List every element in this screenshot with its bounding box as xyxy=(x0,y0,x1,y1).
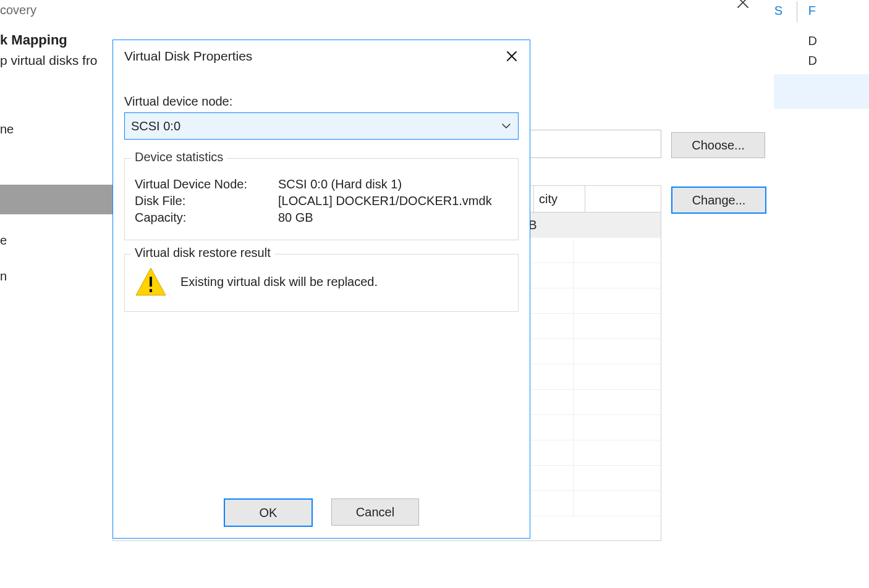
svg-rect-1 xyxy=(150,289,152,292)
device-statistics-group: Device statistics Virtual Device Node: S… xyxy=(124,158,519,240)
parent-window-title: covery xyxy=(0,3,36,17)
stat-capacity-label: Capacity: xyxy=(135,211,278,225)
choose-button[interactable]: Choose... xyxy=(671,132,765,158)
page-heading: k Mapping xyxy=(0,32,67,48)
grid-header-cell[interactable] xyxy=(585,186,674,212)
page-subheading: p virtual disks fro xyxy=(0,53,98,68)
topright-line-2: D xyxy=(808,51,817,70)
dialog-button-row: OK Cancel xyxy=(113,498,530,527)
parent-close-icon[interactable] xyxy=(735,0,750,10)
stat-capacity-value: 80 GB xyxy=(278,211,508,225)
close-icon xyxy=(506,50,518,62)
device-node-label: Virtual device node: xyxy=(124,94,519,109)
stat-file-value: [LOCAL1] DOCKER1/DOCKER1.vmdk xyxy=(278,194,508,208)
dialog-titlebar[interactable]: Virtual Disk Properties xyxy=(113,40,530,72)
restore-result-group: Virtual disk restore result Existing vir… xyxy=(124,254,519,312)
cancel-button[interactable]: Cancel xyxy=(331,498,419,526)
stat-node-label: Virtual Device Node: xyxy=(135,177,278,191)
topright-line-1: D xyxy=(808,31,817,51)
topright-separator xyxy=(797,1,797,22)
ok-button[interactable]: OK xyxy=(224,498,313,527)
wizard-step[interactable]: ne xyxy=(0,114,112,144)
chevron-down-icon xyxy=(501,120,512,132)
wizard-step-selected[interactable] xyxy=(0,185,112,214)
dialog-close-button[interactable] xyxy=(498,44,526,69)
change-button[interactable]: Change... xyxy=(671,187,766,214)
stat-file-label: Disk File: xyxy=(135,194,278,208)
topright-link-1[interactable]: S xyxy=(774,4,782,18)
grid-header-cell[interactable]: city xyxy=(534,186,585,212)
right-selection-band xyxy=(774,74,869,109)
device-node-value: SCSI 0:0 xyxy=(131,119,180,133)
topright-text: D D xyxy=(808,31,817,70)
wizard-step[interactable]: e xyxy=(0,225,112,255)
warning-icon xyxy=(135,267,167,296)
restore-result-message: Existing virtual disk will be replaced. xyxy=(180,275,378,289)
parent-window-titlebar: covery xyxy=(0,0,869,25)
grid-cell xyxy=(574,212,661,237)
wizard-steps: ne e n xyxy=(0,114,112,291)
grid-cell: B xyxy=(524,212,574,237)
svg-rect-0 xyxy=(150,277,152,287)
stat-node-value: SCSI 0:0 (Hard disk 1) xyxy=(278,177,508,191)
restore-result-legend: Virtual disk restore result xyxy=(131,246,274,260)
wizard-step[interactable]: n xyxy=(0,261,112,291)
device-statistics-legend: Device statistics xyxy=(131,150,227,164)
topright-link-2[interactable]: F xyxy=(808,4,816,18)
dialog-title: Virtual Disk Properties xyxy=(113,49,252,64)
device-node-combobox[interactable]: SCSI 0:0 xyxy=(124,112,519,140)
virtual-disk-properties-dialog: Virtual Disk Properties Virtual device n… xyxy=(112,40,530,539)
